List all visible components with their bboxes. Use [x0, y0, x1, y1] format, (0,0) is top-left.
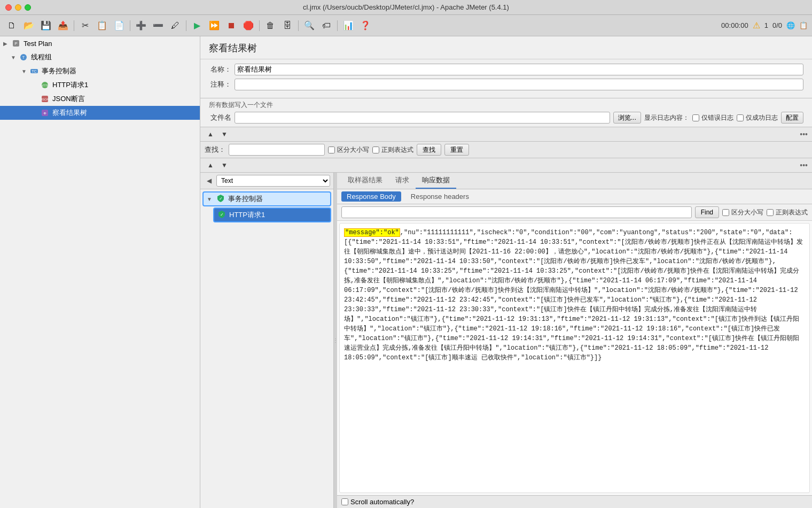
only-error-checkbox[interactable] — [692, 114, 699, 121]
panel-toolbar-2: ▲ ▼ ••• — [200, 158, 812, 173]
new-button[interactable]: 🗋 — [4, 18, 19, 33]
response-text-rest: ,"nu":"11111111111","ischeck":"0","condi… — [344, 229, 803, 361]
file-label: 文件名 — [209, 113, 231, 122]
more-options-btn-2[interactable]: ••• — [800, 161, 808, 170]
save-button[interactable]: 💾 — [38, 18, 53, 33]
tab-response-data[interactable]: 响应数据 — [416, 173, 456, 189]
minimize-button[interactable] — [15, 4, 21, 11]
search-button[interactable]: 🔍 — [302, 18, 317, 33]
scroll-auto-checkbox[interactable] — [341, 498, 348, 505]
name-input[interactable] — [235, 64, 803, 75]
sidebar-item-transaction-controller[interactable]: ▼ TC 事务控制器 — [0, 64, 200, 78]
controller-icon: TC — [29, 66, 40, 76]
request-item-transaction[interactable]: ▼ ✓ 事务控制器 — [202, 191, 331, 206]
timer-display: 00:00:00 — [721, 21, 748, 29]
thread-group-label: 线程组 — [31, 52, 52, 62]
find-row: Find 区分大小写 正则表达式 — [337, 204, 812, 221]
collapse-button[interactable]: ➖ — [151, 18, 166, 33]
down-arrow-btn-2[interactable]: ▼ — [218, 159, 230, 171]
request-item-http[interactable]: ✓ HTTP请求1 — [213, 207, 331, 222]
run-button[interactable]: ▶ — [190, 18, 205, 33]
only-error-checkbox-label[interactable]: 仅错误日志 — [692, 113, 733, 122]
http-label: HTTP请求1 — [52, 80, 88, 90]
find-regex-checkbox[interactable] — [767, 209, 774, 216]
up-arrow-btn[interactable]: ▲ — [205, 128, 216, 140]
file-section-title: 所有数据写入一个文件 — [209, 101, 803, 110]
label-button[interactable]: 🏷 — [319, 18, 334, 33]
browse-button[interactable]: 浏览... — [613, 112, 641, 124]
maximize-button[interactable] — [25, 4, 31, 11]
tab-request[interactable]: 请求 — [389, 173, 416, 189]
clear-button[interactable]: 🗑 — [263, 18, 278, 33]
result-area: ◀ Text JSON XML HTML ▼ ✓ — [200, 173, 812, 508]
config-button[interactable]: 配置 — [781, 112, 803, 124]
find-input[interactable] — [341, 206, 692, 218]
regex-checkbox[interactable] — [372, 147, 379, 153]
bottom-bar: Scroll automatically? — [337, 495, 812, 508]
help-button[interactable]: ❓ — [358, 18, 373, 33]
run-no-pause-button[interactable]: ⏩ — [207, 18, 222, 33]
window-controls[interactable] — [5, 4, 31, 11]
edit-button[interactable]: 🖊 — [168, 18, 183, 33]
sidebar-item-json-assertion[interactable]: ▶ JSON JSON断言 — [0, 92, 200, 106]
toolbar-right: 00:00:00 ⚠ 1 0/0 🌐 📋 — [721, 20, 808, 30]
regex-label[interactable]: 正则表达式 — [372, 145, 413, 155]
format-dropdown[interactable]: Text JSON XML HTML — [216, 175, 330, 187]
dropdown-row: ◀ Text JSON XML HTML — [200, 173, 333, 189]
response-tabs: 取样器结果 请求 响应数据 — [337, 173, 812, 189]
comment-input[interactable] — [235, 79, 803, 90]
sub-tab-body[interactable]: Response Body — [341, 191, 401, 202]
case-sensitive-label[interactable]: 区分大小写 — [328, 145, 369, 155]
sidebar-item-result-tree[interactable]: ▶ 👁 察看结果树 — [0, 106, 200, 120]
cut-button[interactable]: ✂ — [77, 18, 92, 33]
plan-icon: P — [11, 38, 21, 49]
case-sensitive-checkbox[interactable] — [328, 147, 335, 153]
find-case-sensitive-checkbox[interactable] — [722, 209, 729, 216]
file-input[interactable] — [235, 112, 610, 124]
shutdown-button[interactable]: 🛑 — [241, 18, 256, 33]
collapse-left-btn[interactable]: ◀ — [204, 175, 214, 186]
response-body: "message":"ok","nu":"11111111111","ische… — [339, 223, 810, 493]
sidebar-item-http-request[interactable]: ▶ HTTP HTTP请求1 — [0, 78, 200, 92]
expand-button[interactable]: ➕ — [134, 18, 149, 33]
save-as-button[interactable]: 📤 — [56, 18, 71, 33]
result-left-panel: ◀ Text JSON XML HTML ▼ ✓ — [200, 173, 334, 508]
more-options-btn[interactable]: ••• — [800, 130, 808, 138]
stop-button[interactable]: ⏹ — [224, 18, 239, 33]
sub-tab-headers[interactable]: Response headers — [405, 191, 474, 202]
scroll-auto-label[interactable]: Scroll automatically? — [341, 498, 414, 506]
only-success-checkbox[interactable] — [737, 114, 744, 121]
result-right-panel: 取样器结果 请求 响应数据 Response Body Response hea… — [337, 173, 812, 508]
remote-icon: 🌐 — [786, 21, 795, 29]
name-label: 名称： — [209, 65, 231, 74]
thread-icon: T — [18, 52, 29, 63]
find-btn[interactable]: Find — [695, 206, 719, 218]
http-icon: HTTP — [40, 80, 50, 90]
open-button[interactable]: 📂 — [21, 18, 36, 33]
only-success-checkbox-label[interactable]: 仅成功日志 — [737, 113, 778, 122]
paste-button[interactable]: 📄 — [112, 18, 127, 33]
reset-button[interactable]: 重置 — [444, 144, 469, 156]
file-section: 所有数据写入一个文件 文件名 浏览... 显示日志内容： 仅错误日志 仅成功日志… — [200, 98, 812, 127]
find-regex-label[interactable]: 正则表达式 — [767, 208, 808, 217]
svg-text:TC: TC — [32, 70, 36, 73]
main-layout: ▶ P Test Plan ▼ T 线程组 ▼ TC 事务控制器 ▶ HTT — [0, 36, 812, 508]
http-shield-icon: ✓ — [217, 210, 227, 220]
sidebar-item-thread-group[interactable]: ▼ T 线程组 — [0, 50, 200, 64]
svg-text:👁: 👁 — [43, 112, 46, 115]
svg-text:✓: ✓ — [220, 212, 224, 217]
find-button[interactable]: 查找 — [417, 144, 441, 156]
clear-all-button[interactable]: 🗄 — [280, 18, 295, 33]
down-arrow-btn[interactable]: ▼ — [218, 128, 230, 140]
search-input[interactable] — [229, 144, 325, 156]
toolbar-separator-1 — [74, 20, 74, 31]
close-button[interactable] — [5, 4, 12, 11]
find-case-sensitive-label[interactable]: 区分大小写 — [722, 208, 763, 217]
transaction-req-label: 事务控制器 — [228, 194, 263, 204]
sidebar-item-test-plan[interactable]: ▶ P Test Plan — [0, 36, 200, 50]
copy-button[interactable]: 📋 — [95, 18, 110, 33]
tab-sampler-result[interactable]: 取样器结果 — [341, 173, 389, 189]
up-arrow-btn-2[interactable]: ▲ — [205, 159, 216, 171]
log-button[interactable]: 📊 — [341, 18, 356, 33]
svg-text:HTTP: HTTP — [41, 84, 49, 87]
